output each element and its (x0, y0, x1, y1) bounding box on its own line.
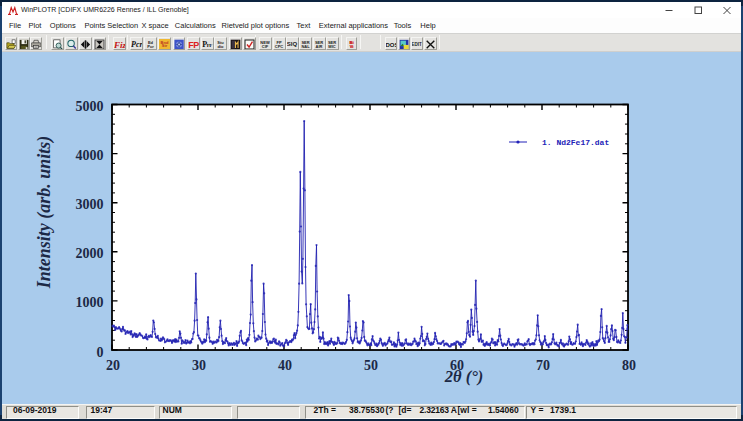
svg-text:2θ (°): 2θ (°) (444, 367, 484, 386)
svg-text:80: 80 (622, 358, 636, 373)
svg-text:30: 30 (192, 358, 206, 373)
svg-text:1000: 1000 (76, 295, 104, 310)
svg-text:Intensity (arb. units): Intensity (arb. units) (34, 136, 55, 290)
svg-text:20: 20 (106, 358, 120, 373)
svg-text:1. Nd2Fe17.dat: 1. Nd2Fe17.dat (542, 138, 609, 147)
svg-text:2000: 2000 (76, 246, 104, 261)
svg-text:3000: 3000 (76, 197, 104, 212)
svg-text:50: 50 (364, 358, 378, 373)
svg-text:0: 0 (97, 345, 104, 360)
svg-text:40: 40 (278, 358, 292, 373)
svg-text:4000: 4000 (76, 148, 104, 163)
svg-text:5000: 5000 (76, 99, 104, 114)
svg-text:70: 70 (536, 358, 550, 373)
